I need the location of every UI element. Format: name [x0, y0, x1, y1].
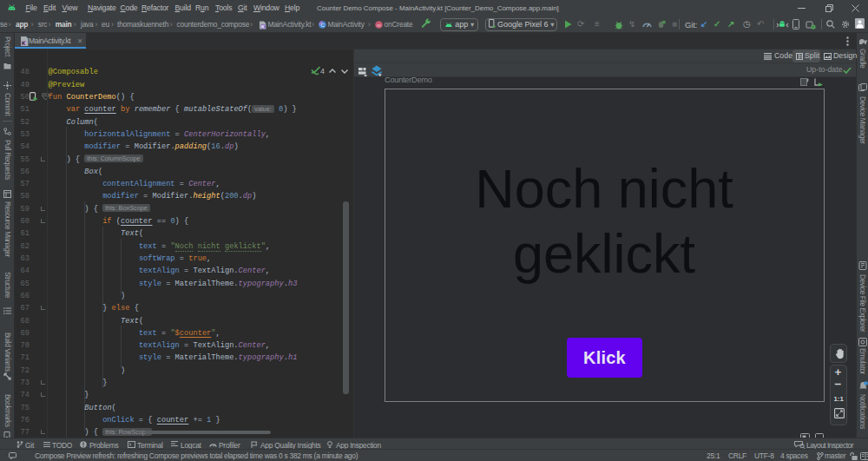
svg-text:C: C: [321, 22, 326, 28]
svg-text:m: m: [377, 23, 381, 28]
